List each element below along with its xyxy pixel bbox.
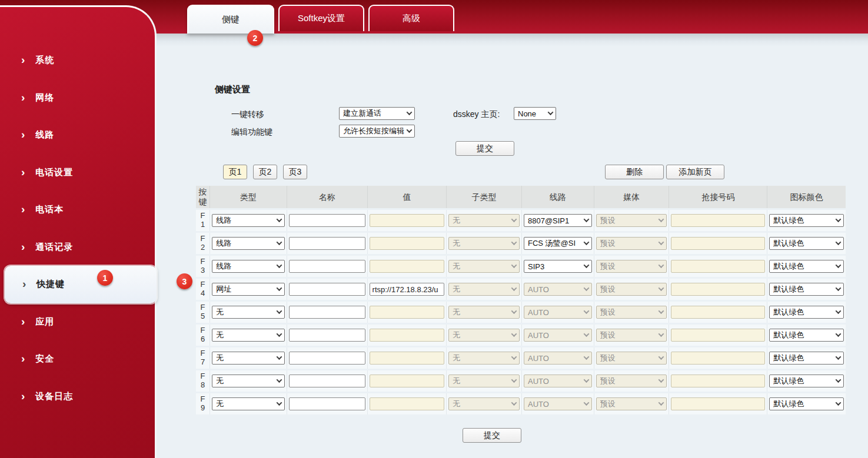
sidebar-item-security[interactable]: › 安全: [0, 340, 155, 378]
sidebar-item-line[interactable]: › 线路: [0, 116, 155, 154]
chevron-right-icon: ›: [21, 166, 25, 178]
icon-color-select[interactable]: 默认绿色: [769, 260, 844, 273]
subtype-select: 无: [448, 329, 520, 342]
pickup-number-input: [671, 283, 765, 296]
name-input[interactable]: [289, 260, 365, 273]
icon-color-select[interactable]: 默认绿色: [769, 283, 844, 296]
line-select: AUTO: [524, 352, 592, 365]
table-row-f3: F3 线路 无 SIP3 预设 默认绿色: [196, 256, 846, 277]
media-select: 预设: [596, 397, 667, 410]
type-select[interactable]: 线路: [212, 214, 285, 227]
tab-side-key[interactable]: 侧键: [187, 5, 274, 34]
media-select: 预设: [596, 306, 667, 319]
key-label: F1: [199, 212, 207, 229]
pickup-number-input: [671, 306, 765, 319]
chevron-down-icon: [659, 354, 664, 360]
sidebar-item-network[interactable]: › 网络: [0, 79, 155, 117]
line-select[interactable]: 8807@SIP1: [524, 214, 592, 227]
name-input[interactable]: [289, 329, 365, 342]
sidebar-item-label: 系统: [35, 55, 54, 66]
pickup-number-input: [671, 352, 765, 365]
name-input[interactable]: [289, 397, 365, 410]
pickup-number-input: [671, 214, 765, 227]
icon-color-select[interactable]: 默认绿色: [769, 375, 844, 387]
line-select[interactable]: SIP3: [524, 260, 592, 273]
type-select[interactable]: 无: [212, 397, 285, 410]
line-select: AUTO: [524, 375, 592, 387]
chevron-down-icon: [276, 308, 282, 314]
sidebar-item-apps[interactable]: › 应用: [0, 303, 155, 341]
name-input[interactable]: [289, 237, 365, 250]
chevron-down-icon: [511, 262, 517, 268]
chevron-down-icon: [276, 331, 282, 337]
type-select[interactable]: 无: [212, 329, 285, 342]
subtype-select: 无: [448, 260, 520, 273]
icon-color-select[interactable]: 默认绿色: [769, 352, 844, 365]
icon-color-select[interactable]: 默认绿色: [769, 397, 844, 410]
sidebar-item-call-logs[interactable]: › 通话记录: [0, 229, 155, 266]
edit-function-key-select[interactable]: 允许长按短按编辑: [339, 125, 415, 138]
one-key-transfer-select[interactable]: 建立新通话: [339, 107, 415, 120]
type-select[interactable]: 无: [212, 306, 285, 319]
add-page-button[interactable]: 添加新页: [666, 165, 724, 179]
sidebar-item-phone-settings[interactable]: › 电话设置: [0, 154, 155, 192]
table-row-f1: F1 线路 无 8807@SIP1 预设 默认绿色: [196, 210, 846, 231]
type-select[interactable]: 线路: [212, 260, 285, 273]
submit-button-bottom[interactable]: 提交: [463, 428, 521, 443]
page-3-button[interactable]: 页3: [283, 165, 307, 179]
chevron-down-icon: [511, 400, 517, 406]
chevron-right-icon: ›: [22, 278, 26, 289]
key-label: F2: [199, 235, 207, 252]
chevron-down-icon: [659, 400, 664, 406]
type-select[interactable]: 线路: [212, 237, 285, 250]
page-2-button[interactable]: 页2: [253, 165, 277, 179]
page-1-button[interactable]: 页1: [223, 165, 247, 179]
icon-color-select[interactable]: 默认绿色: [769, 237, 844, 250]
value-input[interactable]: [370, 283, 445, 296]
value-input: [370, 306, 445, 319]
edit-function-key-label: 编辑功能键: [231, 127, 272, 138]
media-select: 预设: [596, 237, 667, 250]
name-input[interactable]: [289, 352, 365, 365]
chevron-right-icon: ›: [21, 241, 25, 252]
column-header-pickup-number: 抢接号码: [669, 186, 767, 208]
chevron-down-icon: [659, 331, 664, 337]
line-select[interactable]: FCS 汤莹@SI: [524, 237, 592, 250]
subtype-select: 无: [448, 397, 520, 410]
name-input[interactable]: [289, 306, 365, 319]
type-select[interactable]: 网址: [212, 283, 285, 296]
chevron-down-icon: [659, 285, 664, 291]
pickup-number-input: [671, 397, 765, 410]
sidebar-item-function-key[interactable]: › 快捷键: [5, 266, 157, 303]
chevron-down-icon: [276, 285, 282, 291]
sidebar-item-label: 设备日志: [35, 391, 73, 402]
submit-button-top[interactable]: 提交: [455, 141, 514, 156]
chevron-down-icon: [511, 308, 517, 314]
chevron-down-icon: [836, 354, 842, 360]
subtype-select: 无: [448, 352, 520, 365]
column-header-type: 类型: [210, 186, 287, 208]
name-input[interactable]: [289, 214, 365, 227]
chevron-down-icon: [407, 109, 413, 115]
name-input[interactable]: [289, 283, 365, 296]
icon-color-select[interactable]: 默认绿色: [769, 329, 844, 342]
sidebar-item-label: 电话设置: [35, 167, 73, 178]
delete-button[interactable]: 删除: [605, 165, 664, 179]
chevron-down-icon: [836, 239, 842, 245]
name-input[interactable]: [289, 375, 365, 387]
dsskey-home-select[interactable]: None: [514, 107, 556, 120]
tab-advanced[interactable]: 高级: [368, 5, 454, 31]
pickup-number-input: [671, 260, 765, 273]
chevron-down-icon: [276, 239, 282, 245]
sidebar-item-system[interactable]: › 系统: [0, 42, 155, 79]
type-select[interactable]: 无: [212, 352, 285, 365]
tab-softkey-settings[interactable]: Softkey设置: [278, 5, 364, 31]
icon-color-select[interactable]: 默认绿色: [769, 306, 844, 319]
sidebar-item-label: 电话本: [35, 204, 64, 215]
icon-color-select[interactable]: 默认绿色: [769, 214, 844, 227]
type-select[interactable]: 无: [212, 375, 285, 387]
sidebar-item-phonebook[interactable]: › 电话本: [0, 191, 155, 229]
sidebar-item-device-log[interactable]: › 设备日志: [0, 378, 155, 416]
chevron-down-icon: [583, 331, 589, 337]
pickup-number-input: [671, 375, 765, 387]
